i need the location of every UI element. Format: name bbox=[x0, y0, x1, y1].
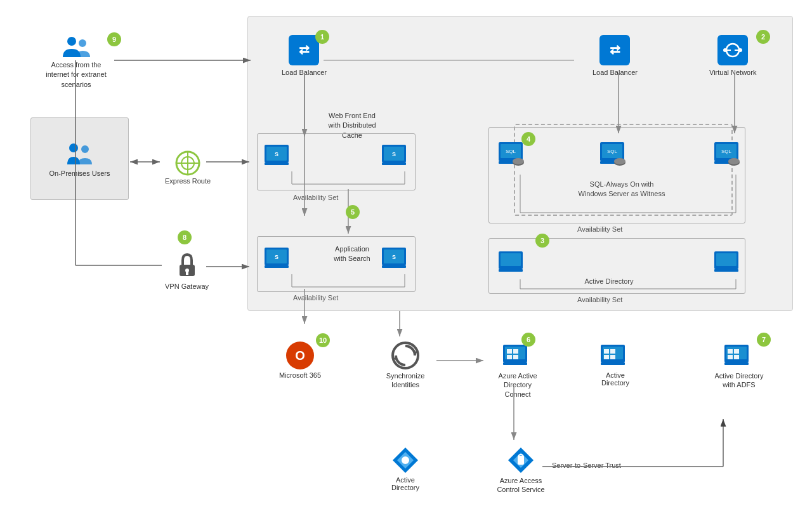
availability-set-1-label: Availability Set bbox=[293, 194, 338, 201]
azure-access-control: Azure AccessControl Service bbox=[492, 444, 549, 495]
badge-3: 3 bbox=[535, 234, 549, 248]
badge-5: 5 bbox=[346, 205, 360, 219]
svg-rect-40 bbox=[717, 35, 748, 65]
svg-rect-112 bbox=[604, 349, 609, 354]
svg-point-42 bbox=[723, 48, 727, 52]
svg-rect-114 bbox=[604, 355, 609, 359]
badge-1: 1 bbox=[315, 30, 329, 44]
vpn-gateway-icon bbox=[171, 251, 203, 282]
azure-ad-connect: Azure ActiveDirectory Connect bbox=[492, 340, 543, 399]
express-route: Express Route bbox=[165, 149, 211, 185]
load-balancer-2: ⇄ Load Balancer bbox=[593, 35, 638, 77]
svg-text:⇄: ⇄ bbox=[610, 43, 620, 56]
svg-text:O: O bbox=[295, 349, 305, 362]
badge-10: 10 bbox=[316, 333, 330, 347]
svg-point-87 bbox=[81, 145, 89, 153]
svg-rect-107 bbox=[507, 355, 512, 359]
availability-set-2-box bbox=[257, 236, 416, 292]
svg-rect-104 bbox=[503, 362, 527, 365]
active-directory-mid-label: Active Directory bbox=[593, 371, 638, 387]
svg-point-125 bbox=[402, 456, 409, 464]
active-directory-bottom: Active Directory bbox=[383, 444, 428, 491]
active-directory-adfs: Active Directory with ADFS bbox=[710, 340, 768, 390]
on-premises-users-label: On-Premises Users bbox=[49, 169, 110, 177]
svg-rect-121 bbox=[728, 355, 733, 359]
badge-8: 8 bbox=[178, 230, 192, 244]
virtual-network-icon bbox=[717, 35, 748, 65]
svg-rect-111 bbox=[601, 362, 625, 365]
svg-rect-106 bbox=[513, 349, 518, 354]
active-directory-bottom-icon bbox=[390, 444, 421, 476]
badge-7: 7 bbox=[757, 333, 771, 347]
active-directory-mid: Active Directory bbox=[593, 340, 638, 387]
svg-rect-105 bbox=[507, 349, 512, 354]
azure-access-control-icon bbox=[505, 444, 537, 476]
azure-ad-connect-label: Azure ActiveDirectory Connect bbox=[492, 371, 543, 399]
express-route-icon bbox=[172, 149, 204, 177]
on-premises-users-icon bbox=[64, 140, 96, 166]
virtual-network: Virtual Network bbox=[709, 35, 756, 77]
vpn-gateway-label: VPN Gateway bbox=[165, 282, 209, 290]
svg-rect-120 bbox=[734, 349, 739, 354]
availability-set-4-box bbox=[488, 238, 745, 294]
virtual-network-label: Virtual Network bbox=[709, 68, 756, 77]
sync-identities-icon bbox=[390, 340, 421, 371]
sync-identities: Synchronize Identities bbox=[383, 340, 428, 390]
azure-access-control-label: Azure AccessControl Service bbox=[497, 476, 544, 495]
access-internet-label: Access from theinternet for extranetscen… bbox=[46, 60, 106, 90]
svg-rect-119 bbox=[728, 349, 733, 354]
badge-9: 9 bbox=[107, 32, 121, 46]
load-balancer-1-icon: ⇄ bbox=[289, 35, 319, 65]
svg-point-88 bbox=[67, 37, 76, 46]
svg-rect-96 bbox=[186, 272, 188, 275]
svg-rect-108 bbox=[513, 355, 518, 359]
access-internet: Access from theinternet for extranetscen… bbox=[41, 35, 111, 90]
access-internet-icon bbox=[60, 35, 92, 60]
badge-2: 2 bbox=[756, 30, 770, 44]
svg-rect-118 bbox=[724, 362, 749, 365]
load-balancer-2-icon: ⇄ bbox=[599, 35, 630, 65]
badge-4: 4 bbox=[521, 132, 535, 146]
express-route-label: Express Route bbox=[165, 177, 211, 185]
availability-set-2-label: Availability Set bbox=[293, 294, 338, 302]
svg-rect-122 bbox=[734, 355, 739, 359]
microsoft-365-icon: O bbox=[284, 340, 316, 371]
load-balancer-1-label: Load Balancer bbox=[282, 68, 327, 77]
microsoft-365: O Microsoft 365 bbox=[279, 340, 321, 379]
svg-text:⇄: ⇄ bbox=[299, 43, 310, 56]
server-to-server-trust-label: Server-to-Server Trust bbox=[552, 462, 621, 469]
svg-point-89 bbox=[79, 39, 86, 47]
active-directory-bottom-label: Active Directory bbox=[383, 476, 428, 491]
availability-set-3-label: Availability Set bbox=[577, 225, 622, 233]
active-directory-mid-icon bbox=[599, 340, 631, 371]
vpn-gateway: VPN Gateway bbox=[165, 251, 209, 290]
on-premises-users-box: On-Premises Users bbox=[30, 117, 129, 200]
diagram-container: 1 2 3 4 5 6 7 8 9 10 ⇄ Load Balancer ⇄ L… bbox=[0, 0, 812, 518]
svg-point-86 bbox=[69, 143, 78, 152]
availability-set-1-box bbox=[257, 133, 416, 190]
badge-6: 6 bbox=[521, 333, 535, 347]
microsoft-365-label: Microsoft 365 bbox=[279, 371, 321, 379]
svg-rect-115 bbox=[610, 355, 615, 359]
active-directory-adfs-label: Active Directory with ADFS bbox=[710, 371, 768, 390]
availability-set-4-label: Availability Set bbox=[577, 296, 622, 303]
sync-identities-label: Synchronize Identities bbox=[383, 371, 428, 390]
svg-point-43 bbox=[738, 48, 742, 52]
load-balancer-2-label: Load Balancer bbox=[593, 68, 638, 77]
svg-rect-113 bbox=[610, 349, 615, 354]
active-directory-adfs-icon bbox=[723, 340, 755, 371]
